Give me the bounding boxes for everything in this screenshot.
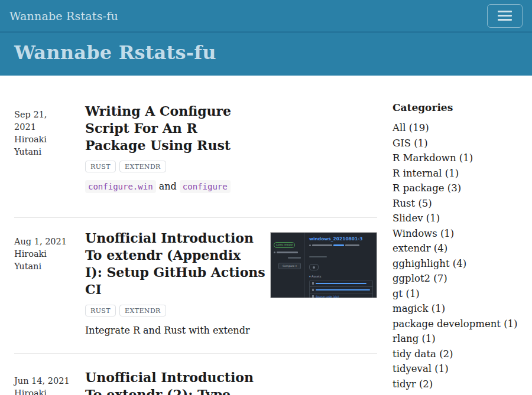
post-title-link[interactable]: Writing A Configure Script For An R Pack… (85, 103, 377, 154)
post-summary: Integrate R and Rust with extendr (85, 324, 266, 338)
page-title: Wannabe Rstats-fu (14, 41, 523, 64)
post-author: Hiroaki Yutani (14, 133, 70, 158)
inline-code: configure (180, 180, 231, 193)
tag-row: RUST EXTENDR (85, 305, 377, 316)
post-meta: Jun 14, 2021 Hiroaki Yutani (14, 369, 85, 395)
latest-release-badge: Latest release (274, 242, 295, 248)
post-content: Writing A Configure Script For An R Pack… (85, 103, 377, 194)
hamburger-icon (498, 11, 512, 21)
release-note-placeholder (309, 249, 373, 260)
top-navbar: Wannabe Rstats-fu (0, 0, 532, 33)
category-link[interactable]: rlang (1) (392, 331, 523, 347)
category-link[interactable]: Slidev (1) (392, 211, 523, 226)
asset-row: Source code (zip) (310, 293, 372, 298)
post-date: Sep 21, 2021 (14, 109, 70, 133)
post-item: Jun 14, 2021 Hiroaki Yutani Unofficial I… (14, 354, 377, 395)
category-link[interactable]: magick (1) (392, 301, 523, 316)
post-list: Sep 21, 2021 Hiroaki Yutani Writing A Co… (9, 76, 377, 395)
post-title-link[interactable]: Unofficial Introduction To extendr (2): … (85, 369, 377, 395)
category-link[interactable]: tidy data (2) (392, 347, 523, 362)
menu-toggle-button[interactable] (487, 4, 523, 28)
compare-button: Compare ▾ (278, 263, 301, 269)
tag-badge[interactable]: EXTENDR (119, 305, 166, 316)
category-link[interactable]: Rust (5) (392, 196, 523, 211)
commit-hash-placeholder (274, 257, 302, 259)
post-content: Unofficial Introduction To extendr (2): … (85, 369, 377, 395)
post-content: Unofficial Introduction To extendr (Appe… (85, 230, 377, 338)
release-body: windows_20210801-3 ▾ Assets (305, 233, 377, 298)
post-summary: configure.win and configure (85, 179, 266, 194)
post-item: Sep 21, 2021 Hiroaki Yutani Writing A Co… (14, 103, 377, 218)
release-sidebar: Latest release Compare ▾ (271, 233, 304, 298)
post-thumbnail-github-release[interactable]: Latest release Compare ▾ windows_2021080… (270, 232, 377, 298)
inline-code: configure.win (85, 180, 156, 193)
post-author: Hiroaki Yutani (14, 387, 70, 395)
asset-row-placeholder (310, 280, 372, 286)
category-list: All (19) GIS (1) R Markdown (1) R intern… (392, 120, 523, 391)
category-link[interactable]: GIS (1) (392, 136, 523, 151)
tag-badge[interactable]: RUST (85, 161, 116, 172)
tag-row: RUST EXTENDR (85, 161, 377, 172)
category-link[interactable]: package development (1) (392, 316, 523, 332)
category-link[interactable]: R Markdown (1) (392, 151, 523, 166)
asset-row-placeholder (310, 286, 372, 293)
category-link[interactable]: All (19) (392, 120, 523, 136)
categories-sidebar: Categories All (19) GIS (1) R Markdown (… (377, 76, 523, 395)
post-item: Aug 1, 2021 Hiroaki Yutani Unofficial In… (14, 218, 377, 354)
release-title: windows_20210801-3 (309, 236, 373, 241)
post-meta: Aug 1, 2021 Hiroaki Yutani (14, 230, 85, 338)
category-link[interactable]: gt (1) (392, 286, 523, 302)
post-meta: Sep 21, 2021 Hiroaki Yutani (14, 103, 85, 194)
navbar-brand[interactable]: Wannabe Rstats-fu (9, 9, 118, 22)
category-link[interactable]: Windows (1) (392, 226, 523, 241)
category-link[interactable]: gghighlight (4) (392, 256, 523, 272)
category-link[interactable]: extendr (4) (392, 241, 523, 256)
tag-name-placeholder (274, 252, 302, 253)
category-link[interactable]: tidyeval (1) (392, 361, 523, 377)
category-link[interactable]: R internal (1) (392, 166, 523, 181)
assets-box: Source code (zip) Source code (tar.gz) (309, 280, 373, 298)
tag-badge[interactable]: RUST (85, 305, 116, 316)
categories-title: Categories (392, 102, 523, 113)
tag-badge[interactable]: EXTENDR (119, 161, 166, 172)
category-link[interactable]: R package (3) (392, 181, 523, 196)
assets-label: ▾ Assets (309, 275, 373, 278)
site-banner: Wannabe Rstats-fu (0, 33, 532, 76)
main-container: Sep 21, 2021 Hiroaki Yutani Writing A Co… (0, 76, 532, 395)
source-zip-link: Source code (zip) (316, 295, 339, 298)
post-date: Aug 1, 2021 (14, 236, 70, 248)
post-author: Hiroaki Yutani (14, 248, 70, 273)
post-date: Jun 14, 2021 (14, 375, 70, 387)
summary-text: and (156, 181, 180, 192)
reaction-button (309, 264, 319, 270)
category-link[interactable]: tidyr (2) (392, 377, 523, 392)
release-byline-placeholder (309, 244, 373, 246)
category-link[interactable]: ggplot2 (7) (392, 271, 523, 286)
